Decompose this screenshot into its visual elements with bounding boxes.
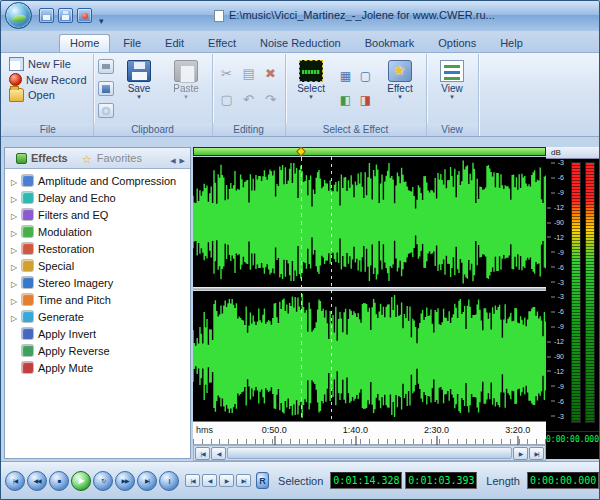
effect-category-icon [22, 362, 33, 373]
effect-apply-reverse[interactable]: Apply Reverse [5, 342, 190, 359]
effect-button[interactable]: Effect [378, 56, 423, 121]
record-button[interactable]: R [256, 472, 269, 489]
waveform-scrollbar[interactable]: |◀◀ ▶▶| [193, 445, 546, 461]
effect-modulation[interactable]: Modulation [5, 223, 190, 240]
ribbon-tab[interactable]: Noise Reduction [249, 34, 352, 52]
delete-icon[interactable]: ✖ [265, 66, 276, 81]
open-button[interactable]: Open [6, 87, 90, 103]
effect-category-icon [22, 277, 33, 288]
scroll-left-button[interactable]: ◀ [211, 447, 226, 460]
rewind-button[interactable]: ◀◀ [27, 471, 47, 491]
expand-arrow-icon[interactable] [11, 243, 22, 255]
ribbon-tab[interactable]: File [112, 34, 152, 52]
expand-arrow-icon[interactable] [11, 192, 22, 204]
export-icon[interactable] [98, 103, 114, 118]
paste-button[interactable]: Paste [164, 56, 209, 121]
view-button[interactable]: View [430, 56, 475, 121]
effect-amplitude-and-compression[interactable]: Amplitude and Compression [5, 172, 190, 189]
effect-category-icon [22, 294, 33, 305]
deselect-icon[interactable]: ▢ [360, 69, 371, 83]
ribbon-tab[interactable]: Edit [154, 34, 195, 52]
transport-buttons: |◀◀◀■▶↻▶▶▶||| [5, 471, 179, 491]
effect-apply-mute[interactable]: Apply Mute [5, 359, 190, 376]
seek-back-button[interactable]: ◀ [202, 474, 217, 487]
expand-arrow-icon[interactable] [11, 311, 22, 323]
selection-edge-marker[interactable] [331, 157, 332, 421]
ribbon-tab[interactable]: Home [59, 34, 110, 52]
ribbon-tab[interactable]: Effect [197, 34, 247, 52]
expand-arrow-icon[interactable] [11, 175, 22, 187]
overview-bar[interactable] [193, 147, 546, 156]
playback-cursor[interactable] [301, 157, 302, 421]
app-window: E:\music\Vicci_Martinez_-_Jolene for www… [0, 0, 600, 500]
save-button[interactable]: Save [117, 56, 162, 121]
expand-arrow-icon[interactable] [11, 260, 22, 272]
zoom-selection-icon[interactable]: ◧ [340, 93, 351, 107]
expand-arrow-icon[interactable] [11, 294, 22, 306]
scrollbar-thumb[interactable] [228, 448, 511, 458]
scroll-right-button[interactable]: ▶ [513, 447, 528, 460]
effect-delay-and-echo[interactable]: Delay and Echo [5, 189, 190, 206]
expand-arrow-icon[interactable] [11, 209, 22, 221]
pause-button[interactable]: || [159, 471, 179, 491]
tab-effects[interactable]: Effects [9, 150, 75, 166]
print-icon[interactable] [98, 59, 114, 74]
redo-icon[interactable]: ↷ [265, 92, 276, 107]
db-scale-label: -6 [558, 397, 564, 404]
ribbon-tab[interactable]: Help [489, 34, 534, 52]
timeline-label: 0:50.0 [262, 425, 287, 435]
undo-icon[interactable]: ↶ [243, 92, 254, 107]
expand-arrow-icon[interactable] [11, 277, 22, 289]
record-icon[interactable] [77, 8, 92, 23]
crop-icon[interactable]: ▢ [220, 92, 232, 107]
select-all-icon[interactable]: ▦ [340, 69, 351, 83]
fast-forward-button[interactable]: ▶▶ [115, 471, 135, 491]
scroll-far-left-button[interactable]: |◀ [195, 447, 210, 460]
ribbon-tab[interactable]: Bookmark [354, 34, 426, 52]
seek-forward-button[interactable]: ▶ [219, 474, 234, 487]
seek-start-button[interactable]: |◀ [185, 474, 200, 487]
copy-icon[interactable]: ▤ [242, 66, 254, 81]
effect-special[interactable]: Special [5, 257, 190, 274]
window-title: E:\music\Vicci_Martinez_-_Jolene for www… [229, 9, 495, 21]
timeline-ruler[interactable]: hms 0:50.01:40.02:30.03:20.0 [193, 421, 546, 445]
select-button[interactable]: Select [289, 56, 334, 121]
loop-button[interactable]: ↻ [93, 471, 113, 491]
new-file-button[interactable]: New File [6, 56, 90, 72]
play-button[interactable]: ▶ [71, 471, 91, 491]
go-to-end-button[interactable]: ▶| [137, 471, 157, 491]
marker-icon[interactable]: ◨ [360, 93, 371, 107]
quick-access-dropdown-icon[interactable] [99, 10, 104, 28]
length-label: Length [486, 475, 520, 487]
app-logo-icon[interactable] [5, 2, 32, 29]
scrollbar-track[interactable] [227, 447, 512, 459]
save-icon[interactable] [39, 8, 54, 23]
panel-tab-icon [82, 153, 93, 164]
go-to-start-button[interactable]: |◀ [5, 471, 25, 491]
save-copy-icon[interactable] [98, 81, 114, 96]
waveform-channel-right[interactable] [193, 291, 546, 421]
ribbon-tab[interactable]: Options [427, 34, 487, 52]
seek-end-button[interactable]: ▶| [236, 474, 251, 487]
expand-arrow-icon[interactable] [11, 226, 22, 238]
save-all-icon[interactable] [58, 8, 73, 23]
position-marker-icon[interactable] [296, 147, 306, 157]
effect-generate[interactable]: Generate [5, 308, 190, 325]
effect-apply-invert[interactable]: Apply Invert [5, 325, 190, 342]
transport-bar: |◀◀◀■▶↻▶▶▶||| |◀◀▶▶| R Selection 0:01:14… [1, 461, 599, 499]
db-scale-right: -3-6-9-12-90-12-9-6-3 [546, 291, 566, 421]
db-scale-label: -3 [558, 412, 564, 419]
panel-nav-icons[interactable] [170, 149, 186, 167]
waveform-display[interactable] [193, 157, 546, 421]
effect-restoration[interactable]: Restoration [5, 240, 190, 257]
effect-time-and-pitch[interactable]: Time and Pitch [5, 291, 190, 308]
new-record-button[interactable]: New Record [6, 72, 90, 87]
scroll-far-right-button[interactable]: ▶| [529, 447, 544, 460]
tab-favorites[interactable]: Favorites [75, 150, 149, 166]
cut-icon[interactable]: ✂ [221, 66, 232, 81]
effect-stereo-imagery[interactable]: Stereo Imagery [5, 274, 190, 291]
waveform-channel-left[interactable] [193, 157, 546, 287]
db-scale-label: -90 [554, 353, 564, 360]
effect-filters-and-eq[interactable]: Filters and EQ [5, 206, 190, 223]
stop-button[interactable]: ■ [49, 471, 69, 491]
